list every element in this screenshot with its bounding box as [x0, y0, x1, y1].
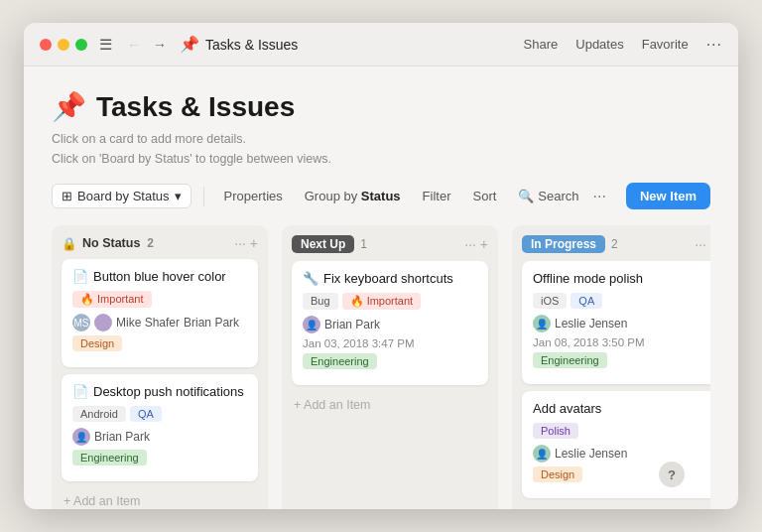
search-button[interactable]: 🔍 Search: [510, 185, 586, 207]
col-label-no-status: 🔒 No Status 2: [62, 236, 154, 251]
nav-buttons: ← →: [124, 35, 170, 55]
page-title: Tasks & Issues: [96, 91, 295, 123]
tag-engineering: Engineering: [303, 353, 377, 369]
board-by-caret: ▾: [175, 189, 182, 203]
column-header-next-up: Next Up 1 ··· +: [292, 235, 488, 253]
page-icon: 📌: [52, 90, 86, 123]
more-options-button[interactable]: ···: [706, 36, 722, 54]
card-title: 📄 Button blue hover color: [72, 269, 247, 284]
card-title: 📄 Desktop push notifications: [72, 384, 247, 399]
window-title: Tasks & Issues: [205, 37, 524, 53]
card-title-text: Add avatars: [533, 401, 601, 416]
card-tags: Android QA: [72, 406, 247, 422]
card-desktop-push[interactable]: 📄 Desktop push notifications Android QA …: [62, 374, 258, 481]
card-add-avatars[interactable]: Add avatars Polish 👤 Leslie Jensen Desig…: [522, 391, 710, 498]
board-by-button[interactable]: ⊞ Board by Status ▾: [52, 184, 191, 208]
avatar-lj: 👤: [533, 315, 551, 332]
toolbar: ⊞ Board by Status ▾ Properties Group by …: [52, 183, 710, 209]
menu-icon[interactable]: ☰: [99, 36, 112, 54]
avatar-bp: [94, 314, 112, 332]
col-count-nextup: 1: [360, 237, 367, 251]
card-offline-mode[interactable]: Offline mode polish iOS QA 👤 Leslie Jens…: [522, 261, 710, 384]
col-badge-inprogress: In Progress: [522, 235, 605, 253]
tag-android: Android: [72, 406, 126, 422]
tag-important: 🔥 Important: [342, 293, 422, 310]
title-bar: ☰ ← → 📌 Tasks & Issues Share Updates Fav…: [24, 23, 738, 66]
help-button[interactable]: ?: [659, 462, 685, 487]
card-title-text: Desktop push notifications: [93, 384, 244, 399]
col-count-inprogress: 2: [611, 237, 618, 251]
group-by-prefix: Group by: [305, 189, 357, 203]
favorite-button[interactable]: Favorite: [642, 37, 689, 52]
new-item-button[interactable]: New Item: [626, 183, 710, 209]
board-by-label: Board by Status: [77, 189, 170, 203]
sort-button[interactable]: Sort: [464, 185, 504, 207]
group-by-button[interactable]: Group by Status: [297, 185, 409, 207]
avatar-lj: 👤: [533, 445, 551, 463]
card-doc-icon: 📄: [72, 384, 88, 399]
tag-bug: Bug: [303, 293, 338, 310]
toolbar-separator: [203, 187, 204, 206]
add-item-button-nostatus[interactable]: + Add an Item: [62, 488, 258, 509]
card-tool-icon: 🔧: [303, 271, 318, 286]
col-actions[interactable]: ··· +: [234, 235, 258, 251]
card-bottom-tags: Engineering: [533, 352, 707, 368]
properties-button[interactable]: Properties: [216, 185, 291, 207]
app-window: ☰ ← → 📌 Tasks & Issues Share Updates Fav…: [24, 23, 738, 509]
share-button[interactable]: Share: [524, 37, 559, 52]
col-count: 2: [147, 236, 154, 250]
card-tags: Polish: [533, 423, 707, 439]
card-assignees: 👤 Leslie Jensen: [533, 445, 707, 463]
card-assignees: 👤 Brian Park: [303, 316, 477, 333]
page-header: 📌 Tasks & Issues: [52, 90, 710, 123]
board-wrapper: 🔒 No Status 2 ··· + 📄 Button blue hover …: [52, 225, 710, 509]
no-status-icon: 🔒: [62, 236, 77, 251]
tag-engineering: Engineering: [533, 352, 607, 368]
tag-ios: iOS: [533, 293, 567, 309]
add-item-button-inprogress[interactable]: + Add an Item: [522, 505, 710, 509]
toolbar-more-button[interactable]: ···: [593, 188, 606, 205]
assignee-name-2: Brian Park: [184, 316, 239, 330]
traffic-lights: [40, 39, 87, 51]
filter-button[interactable]: Filter: [415, 185, 459, 207]
card-title: Add avatars: [533, 401, 707, 416]
search-label: Search: [538, 189, 578, 203]
tag-qa: QA: [130, 406, 162, 422]
updates-button[interactable]: Updates: [575, 37, 623, 52]
maximize-button[interactable]: [75, 39, 87, 51]
assignee-name: Brian Park: [94, 430, 150, 444]
card-tags: iOS QA: [533, 293, 707, 309]
board: 🔒 No Status 2 ··· + 📄 Button blue hover …: [52, 225, 710, 509]
col-badge-nextup: Next Up: [292, 235, 354, 253]
col-title: No Status: [82, 236, 140, 250]
page-content: 📌 Tasks & Issues Click on a card to add …: [24, 66, 738, 509]
col-actions-inprogress[interactable]: ··· +: [695, 236, 710, 252]
group-by-value: Status: [361, 189, 401, 203]
card-tags: 🔥 Important: [72, 291, 247, 308]
subtitle-line1: Click on a card to add more details.: [52, 129, 710, 149]
tag-polish: Polish: [533, 423, 578, 439]
card-title-text: Offline mode polish: [533, 271, 643, 286]
forward-button[interactable]: →: [150, 35, 170, 55]
column-header-no-status: 🔒 No Status 2 ··· +: [62, 235, 258, 251]
card-date: Jan 08, 2018 3:50 PM: [533, 336, 707, 348]
add-item-button-nextup[interactable]: + Add an Item: [292, 392, 488, 414]
card-bottom-tags: Design: [72, 335, 247, 351]
col-actions-nextup[interactable]: ··· +: [464, 236, 488, 252]
title-bar-actions: Share Updates Favorite ···: [524, 36, 722, 54]
close-button[interactable]: [40, 39, 52, 51]
column-no-status: 🔒 No Status 2 ··· + 📄 Button blue hover …: [52, 225, 268, 509]
tag-qa: QA: [571, 293, 602, 309]
card-date: Jan 03, 2018 3:47 PM: [303, 337, 477, 349]
card-fix-keyboard[interactable]: 🔧 Fix keyboard shortcuts Bug 🔥 Important…: [292, 261, 488, 385]
card-doc-icon: 📄: [72, 269, 88, 284]
card-button-blue[interactable]: 📄 Button blue hover color 🔥 Important MS…: [62, 259, 258, 367]
assignee-name: Brian Park: [324, 318, 380, 332]
assignee-name: Mike Shafer: [116, 316, 180, 330]
minimize-button[interactable]: [58, 39, 69, 51]
grid-icon: ⊞: [62, 189, 72, 203]
card-bottom-tags: Engineering: [303, 353, 477, 369]
page-icon-small: 📌: [180, 35, 199, 54]
assignee-name: Leslie Jensen: [555, 447, 627, 461]
back-button[interactable]: ←: [124, 35, 144, 55]
